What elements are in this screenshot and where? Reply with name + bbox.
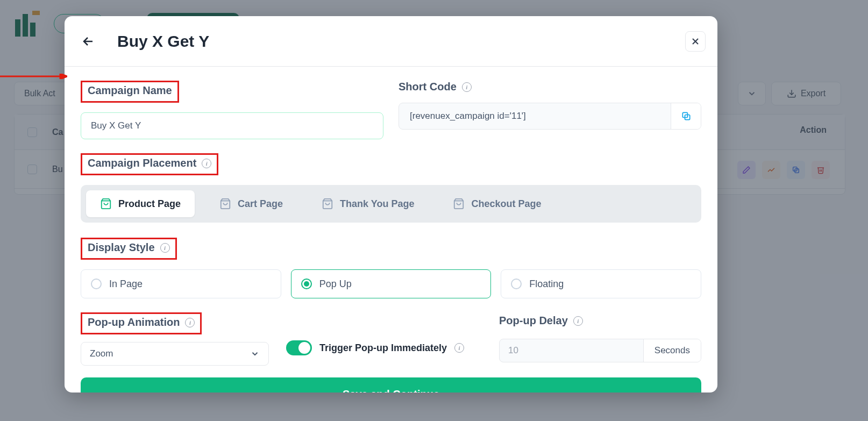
placement-tab-product-page[interactable]: Product Page — [86, 190, 195, 217]
campaign-name-input[interactable] — [81, 112, 383, 139]
tab-label: Checkout Page — [471, 198, 541, 210]
display-option-floating[interactable]: Floating — [501, 269, 701, 298]
svg-marker-8 — [60, 74, 67, 79]
info-icon[interactable]: i — [185, 318, 195, 327]
tab-label: Cart Page — [238, 198, 283, 210]
modal-header: Buy X Get Y — [65, 16, 717, 67]
display-option-inpage[interactable]: In Page — [81, 269, 281, 298]
info-icon[interactable]: i — [462, 82, 472, 92]
popup-delay-field: Seconds — [499, 339, 701, 362]
trigger-immediate-label: Trigger Pop-up Immediately i — [319, 342, 464, 354]
display-option-popup[interactable]: Pop Up — [291, 269, 492, 298]
popup-animation-label: Pop-up Animation i — [81, 312, 202, 334]
back-button[interactable] — [81, 34, 96, 49]
tab-label: Thank You Page — [340, 198, 414, 210]
bag-icon — [219, 198, 231, 210]
modal-title: Buy X Get Y — [117, 32, 209, 51]
annotation-arrow — [0, 74, 67, 79]
copy-shortcode-button[interactable] — [671, 103, 701, 129]
popup-delay-input[interactable] — [500, 339, 643, 362]
tab-label: Product Page — [118, 198, 181, 210]
modal-body: Campaign Name Short Code i [revenuex_cam… — [65, 67, 717, 393]
trigger-immediate-toggle[interactable] — [286, 340, 312, 355]
info-icon[interactable]: i — [160, 243, 170, 253]
radio-icon — [91, 279, 102, 289]
placement-tabs: Product Page Cart Page Thank You Page — [81, 185, 701, 223]
placement-tab-cart-page[interactable]: Cart Page — [205, 190, 297, 217]
campaign-placement-label: Campaign Placement i — [81, 153, 218, 175]
bag-icon — [100, 198, 112, 210]
short-code-label: Short Code i — [399, 81, 472, 93]
display-style-group: In Page Pop Up Floating — [81, 269, 701, 298]
info-icon[interactable]: i — [202, 159, 211, 168]
campaign-modal: Buy X Get Y Campaign Name Short Code i [… — [65, 16, 717, 393]
bag-icon — [322, 198, 333, 210]
close-button[interactable] — [685, 31, 706, 52]
shortcode-field: [revenuex_campaign id='11'] — [399, 103, 701, 130]
save-continue-button[interactable]: Save and Continue — [81, 377, 701, 393]
campaign-name-label: Campaign Name — [81, 81, 179, 103]
display-style-label: Display Style i — [81, 238, 177, 260]
popup-animation-select[interactable]: Zoom — [81, 342, 269, 366]
placement-tab-checkout-page[interactable]: Checkout Page — [439, 190, 555, 217]
radio-icon — [511, 279, 522, 289]
radio-icon — [301, 279, 312, 289]
info-icon[interactable]: i — [454, 343, 464, 353]
popup-delay-unit: Seconds — [643, 339, 701, 362]
placement-tab-thankyou-page[interactable]: Thank You Page — [308, 190, 428, 217]
info-icon[interactable]: i — [573, 316, 583, 326]
bag-icon — [453, 198, 465, 210]
chevron-down-icon — [250, 349, 260, 359]
popup-delay-label: Pop-up Delay i — [499, 312, 588, 331]
shortcode-value: [revenuex_campaign id='11'] — [399, 103, 671, 129]
